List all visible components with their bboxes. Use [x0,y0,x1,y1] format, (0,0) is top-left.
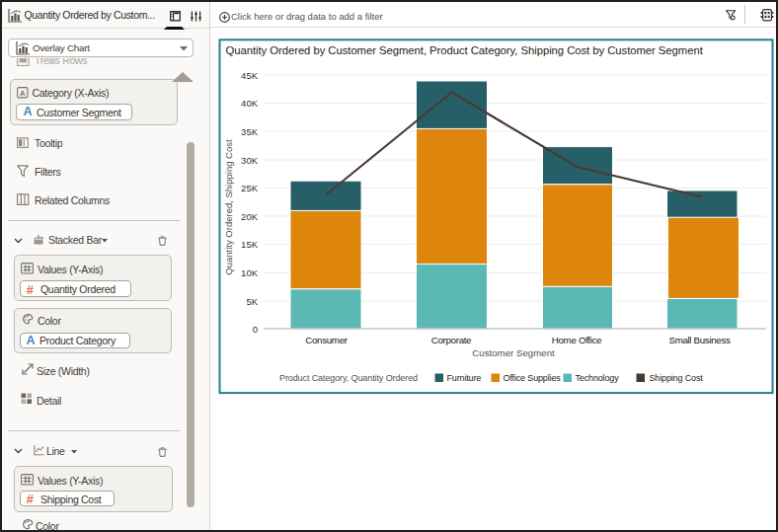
svg-text:20K: 20K [241,211,259,222]
svg-text:Furniture: Furniture [447,373,482,383]
svg-text:Shipping Cost: Shipping Cost [650,373,704,383]
svg-text:Customer Segment: Customer Segment [472,347,555,358]
svg-text:Home Office: Home Office [552,335,602,345]
svg-text:35K: 35K [241,126,259,137]
svg-text:15K: 15K [241,239,259,250]
svg-text:45K: 45K [241,70,259,81]
svg-text:Small Business: Small Business [668,335,731,345]
svg-text:10K: 10K [241,267,259,278]
svg-text:30K: 30K [241,155,259,166]
svg-text:40K: 40K [241,98,259,109]
svg-text:Consumer: Consumer [305,335,348,345]
svg-text:5K: 5K [246,296,258,307]
svg-text:Product Category, Quantity Ord: Product Category, Quantity Ordered [279,373,418,383]
svg-text:Quantity Ordered, Shipping Cos: Quantity Ordered, Shipping Cost [223,139,234,275]
svg-text:Office Supplies: Office Supplies [504,373,562,383]
svg-text:A: A [20,89,26,98]
svg-text:0: 0 [253,324,258,335]
svg-text:25K: 25K [241,183,259,193]
svg-text:Quantity Ordered by Customer S: Quantity Ordered by Customer Segment, Pr… [226,44,704,56]
svg-text:Corporate: Corporate [431,335,472,345]
svg-text:Technology: Technology [576,373,620,383]
